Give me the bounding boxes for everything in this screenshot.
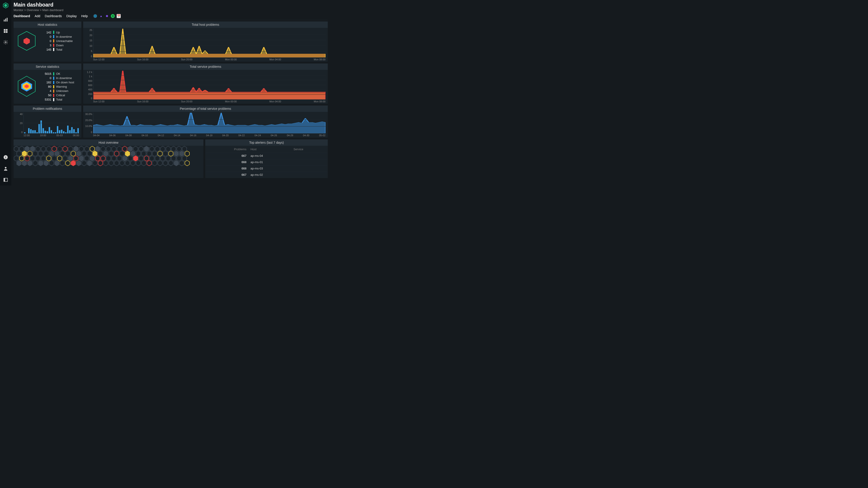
svg-marker-157 xyxy=(82,160,86,166)
svg-rect-48 xyxy=(77,128,79,133)
stat-ok[interactable]: 5015OK xyxy=(41,72,77,76)
user-icon[interactable] xyxy=(3,166,8,171)
menu-dashboards[interactable]: Dashboards xyxy=(45,14,62,18)
host-statistics-panel: Host statistics 142Up 0In downtime 0Unre… xyxy=(13,22,81,62)
table-row[interactable]: 668ap-ms-03 xyxy=(206,165,327,171)
stat-down[interactable]: 3Down xyxy=(41,43,77,47)
host-hex-cell[interactable] xyxy=(38,160,43,166)
svg-marker-149 xyxy=(38,160,43,166)
stat-total[interactable]: 145Total xyxy=(41,47,77,52)
svg-point-9 xyxy=(5,41,6,43)
svg-rect-33 xyxy=(46,131,48,133)
host-hex-cell[interactable] xyxy=(168,160,174,166)
svg-marker-148 xyxy=(33,160,37,166)
host-hex-cell[interactable] xyxy=(60,160,65,166)
table-row[interactable]: 668ap-ms-01 xyxy=(206,159,327,165)
alert-icon[interactable]: ▲ xyxy=(99,14,103,18)
host-hex-cell[interactable] xyxy=(54,160,60,166)
stat-warning[interactable]: 80Warning xyxy=(41,85,77,89)
stat-up[interactable]: 142Up xyxy=(41,30,77,35)
host-hex-cell[interactable] xyxy=(152,160,157,166)
host-hex-cell[interactable] xyxy=(184,160,190,166)
host-hex-cell[interactable] xyxy=(70,160,76,166)
stat-downtime[interactable]: 0In downtime xyxy=(41,76,77,80)
calendar-icon[interactable]: 📅 xyxy=(117,14,121,18)
spotify-icon[interactable]: ≡ xyxy=(111,14,115,18)
menu-display[interactable]: Display xyxy=(66,14,77,18)
svg-marker-172 xyxy=(163,160,168,166)
panel-title: Host statistics xyxy=(13,22,81,28)
menu-dashboard[interactable]: Dashboard xyxy=(13,14,30,18)
stat-unknown[interactable]: 4Unknown xyxy=(41,89,77,93)
host-hex-cell[interactable] xyxy=(135,160,141,166)
host-hex-cell[interactable] xyxy=(92,160,98,166)
host-hex-cell[interactable] xyxy=(147,160,152,166)
total-service-problems-panel: Total service problems 1.2 k1 k800600400… xyxy=(83,64,328,104)
cube-icon[interactable]: ⬢ xyxy=(105,14,109,18)
host-hex-cell[interactable] xyxy=(16,160,22,166)
host-hex-cell[interactable] xyxy=(43,160,49,166)
host-hex-cell[interactable] xyxy=(65,160,70,166)
host-hex-cell[interactable] xyxy=(130,160,135,166)
host-hex-cell[interactable] xyxy=(114,160,119,166)
svg-rect-5 xyxy=(4,29,5,31)
svg-marker-165 xyxy=(125,160,130,166)
pct-service-problems-panel: Percentage of total service problems 30.… xyxy=(83,105,328,138)
host-hex-cell[interactable] xyxy=(22,160,27,166)
host-hex-cell[interactable] xyxy=(76,160,81,166)
host-hex-cell[interactable] xyxy=(49,160,54,166)
menu-add[interactable]: Add xyxy=(35,14,40,18)
host-hex-cell[interactable] xyxy=(157,160,163,166)
svg-rect-27 xyxy=(34,130,36,133)
host-hex-cell[interactable] xyxy=(163,160,168,166)
svg-rect-47 xyxy=(75,132,76,133)
host-hex-cell[interactable] xyxy=(27,160,33,166)
menu-help[interactable]: Help xyxy=(81,14,88,18)
gear-icon[interactable] xyxy=(3,40,8,45)
host-hex-cell[interactable] xyxy=(119,160,125,166)
host-hex-cell[interactable] xyxy=(125,160,130,166)
host-hex-cell[interactable] xyxy=(108,160,114,166)
host-overview-hexgrid[interactable] xyxy=(13,146,204,175)
svg-marker-150 xyxy=(44,160,49,166)
host-hex-cell[interactable] xyxy=(179,160,184,166)
svg-rect-26 xyxy=(32,130,34,133)
stat-ondown[interactable]: 182On down host xyxy=(41,80,77,85)
stat-total[interactable]: 5331Total xyxy=(41,97,77,102)
stat-critical[interactable]: 50Critical xyxy=(41,93,77,97)
host-hex-cell[interactable] xyxy=(87,160,92,166)
host-hex-cell[interactable] xyxy=(81,160,87,166)
stat-unreachable[interactable]: 0Unreachable xyxy=(41,39,77,43)
svg-marker-163 xyxy=(114,160,119,166)
stat-downtime[interactable]: 0In downtime xyxy=(41,35,77,39)
svg-rect-44 xyxy=(69,130,70,133)
svg-marker-145 xyxy=(17,160,21,166)
host-overview-panel: Host overview xyxy=(13,139,204,178)
host-hex-cell[interactable] xyxy=(33,160,38,166)
panel-title: Service statistics xyxy=(13,64,81,70)
pct-service-problems-chart[interactable]: 30.0%20.0%10.0%004-0404-0604-0804-1004-1… xyxy=(83,112,328,138)
total-host-problems-chart[interactable]: 2520151050Sun 12:00Sun 16:00Sun 20:00Mon… xyxy=(83,28,328,62)
customize-icon[interactable] xyxy=(3,29,8,33)
svg-rect-2 xyxy=(4,20,5,22)
info-icon[interactable]: i xyxy=(3,155,8,160)
svg-marker-171 xyxy=(158,160,162,166)
svg-rect-35 xyxy=(51,130,52,133)
host-hexagon-icon xyxy=(16,30,37,52)
host-hex-cell[interactable] xyxy=(103,160,108,166)
host-hex-cell[interactable] xyxy=(174,160,179,166)
problem-notifications-chart[interactable]: 4020012:0018:0005-0306:00 xyxy=(13,112,81,138)
host-hex-cell[interactable] xyxy=(98,160,103,166)
sidebar-toggle-icon[interactable] xyxy=(3,177,8,182)
table-row[interactable]: 667ap-ms-02 xyxy=(206,172,327,177)
svg-text:i: i xyxy=(5,156,6,159)
svg-marker-16 xyxy=(24,38,30,44)
globe-icon[interactable]: 🌐 xyxy=(93,14,97,18)
host-hex-cell[interactable] xyxy=(141,160,147,166)
table-row[interactable]: 667ap-ms-04 xyxy=(206,153,327,159)
total-service-problems-chart[interactable]: 1.2 k1 k8006004002000Sun 12:00Sun 16:00S… xyxy=(83,70,328,104)
page-header: Main dashboard Monitor > Overview > Main… xyxy=(13,2,328,12)
svg-rect-34 xyxy=(49,127,50,133)
monitor-icon[interactable] xyxy=(3,17,8,22)
svg-marker-1 xyxy=(4,4,7,7)
